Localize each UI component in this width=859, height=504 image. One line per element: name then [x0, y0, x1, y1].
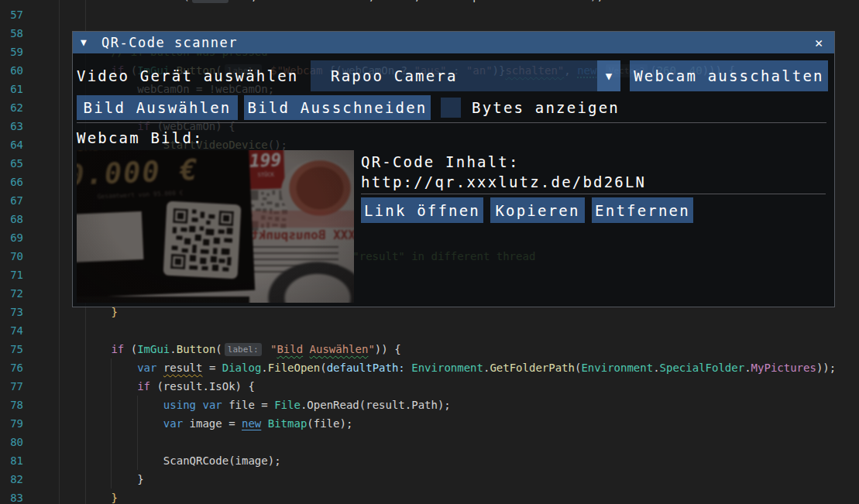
open-link-button[interactable]: Link öffnen	[361, 197, 483, 223]
line-number: 79	[10, 414, 23, 433]
line-number-gutter: 5758596061626364656667686970717273747576…	[0, 0, 23, 504]
line-number: 63	[10, 117, 23, 135]
app-window: 5758596061626364656667686970717273747576…	[0, 0, 859, 504]
line-number: 75	[10, 340, 23, 358]
line-number: 58	[10, 24, 23, 43]
code-line: var result = Dialog.FileOpen(defaultPath…	[59, 358, 836, 377]
line-number: 64	[10, 135, 23, 154]
line-number: 80	[10, 433, 23, 451]
line-number: 61	[10, 80, 23, 98]
webcam-image-label: Webcam Bild:	[77, 128, 204, 148]
line-number: 83	[10, 489, 23, 504]
line-number: 71	[10, 266, 23, 284]
video-device-label: Video Gerät auswählen	[77, 60, 298, 91]
line-number: 68	[10, 210, 23, 228]
qr-content-label: QR-Code Inhalt:	[361, 153, 520, 171]
code-line: }	[59, 489, 118, 504]
line-number: 82	[10, 470, 23, 489]
line-number: 78	[10, 396, 23, 414]
code-line: using var file = File.OpenRead(result.Pa…	[59, 396, 451, 414]
qr-scanner-dialog: ▼ QR-Code scanner ✕ Video Gerät auswähle…	[72, 31, 835, 307]
line-number: 81	[10, 451, 23, 470]
code-line: ScanQRCode(image);	[59, 451, 281, 470]
video-device-combo[interactable]: Rapoo Camera ▼	[311, 60, 620, 91]
line-number: 57	[10, 5, 23, 24]
line-number: 74	[10, 321, 23, 340]
qr-content-url: http://qr.xxxlutz.de/bd26LN	[361, 173, 646, 191]
line-number: 62	[10, 98, 23, 117]
line-number: 76	[10, 358, 23, 377]
line-number: 69	[10, 228, 23, 247]
dialog-body: Video Gerät auswählen Rapoo Camera ▼ Web…	[73, 53, 834, 307]
vignette-overlay	[77, 150, 354, 303]
copy-button[interactable]: Kopieren	[490, 197, 585, 223]
collapse-triangle-icon[interactable]: ▼	[81, 36, 87, 48]
show-bytes-label: Bytes anzeigen	[472, 95, 620, 120]
pick-image-button[interactable]: Bild Auswählen	[77, 95, 238, 120]
code-line: ImGui.Combo(label: "", ref selectedItem,…	[59, 0, 603, 5]
dialog-title-bar[interactable]: ▼ QR-Code scanner ✕	[73, 32, 834, 53]
remove-button[interactable]: Entfernen	[592, 197, 693, 223]
line-number: 60	[10, 61, 23, 80]
line-number: 70	[10, 247, 23, 266]
dialog-title: QR-Code scanner	[101, 32, 238, 53]
webcam-preview-image: 199 STÜCK XXX Bonuspunkte	[77, 150, 354, 303]
chevron-down-icon[interactable]: ▼	[597, 60, 620, 91]
crop-image-button[interactable]: Bild Ausschneiden	[244, 95, 431, 120]
separator	[77, 122, 826, 123]
line-number: 72	[10, 284, 23, 303]
code-line: if (ImGui.Button(label: "Bild Auswählen"…	[59, 340, 401, 358]
line-number: 77	[10, 377, 23, 396]
webcam-toggle-button[interactable]: Webcam ausschalten	[630, 60, 828, 91]
line-number: 66	[10, 173, 23, 191]
line-number: 73	[10, 303, 23, 321]
code-line: if (result.IsOk) {	[59, 377, 255, 396]
show-bytes-checkbox[interactable]	[441, 98, 461, 118]
code-line: }	[59, 470, 144, 489]
separator	[361, 194, 826, 194]
close-icon[interactable]: ✕	[809, 33, 828, 52]
line-number: 65	[10, 154, 23, 173]
line-number: 59	[10, 43, 23, 61]
code-line: var image = new Bitmap(file);	[59, 414, 352, 433]
combo-selected-value[interactable]: Rapoo Camera	[311, 60, 597, 91]
line-number: 67	[10, 191, 23, 210]
